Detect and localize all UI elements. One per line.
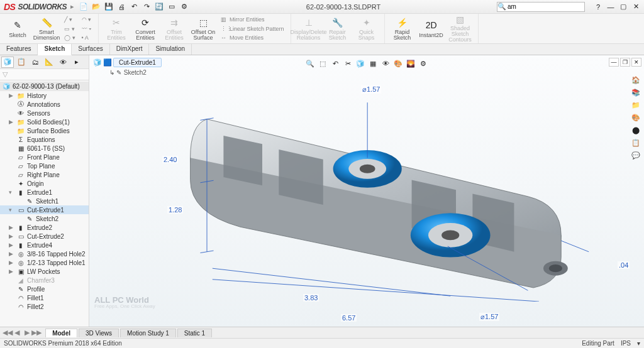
mirror-entities[interactable]: ▥Mirror Entities bbox=[218, 15, 287, 24]
hud-hide-show[interactable]: 👁 bbox=[380, 58, 391, 69]
feature-tree[interactable]: 🧊 62-02-9000-13 (Default) ▶📁HistoryⒶAnno… bbox=[0, 80, 89, 327]
sketch-button[interactable]: ✎Sketch bbox=[4, 15, 31, 42]
tab-surfaces[interactable]: Surfaces bbox=[72, 44, 109, 55]
tp-appearances[interactable]: ⬤ bbox=[630, 124, 641, 136]
tree-item-6061-t6-ss-[interactable]: ▦6061-T6 (SS) bbox=[0, 144, 89, 153]
dim-diameter-2[interactable]: ⌀1.57 bbox=[479, 313, 499, 321]
status-units[interactable]: IPS bbox=[621, 340, 631, 347]
help-button[interactable]: ? bbox=[592, 1, 604, 13]
rapid-sketch-button[interactable]: ⚡Rapid Sketch bbox=[389, 15, 416, 42]
dim-length-2[interactable]: 6.57 bbox=[341, 314, 357, 322]
line-tool[interactable]: ╱ ▾ bbox=[62, 15, 78, 24]
hud-display-style[interactable]: ▦ bbox=[367, 58, 379, 69]
tree-item-right-plane[interactable]: ▱Right Plane bbox=[0, 170, 89, 179]
qat-new[interactable]: 📄 bbox=[78, 1, 89, 13]
hud-apply-scene[interactable]: 🌄 bbox=[405, 58, 416, 69]
maximize-button[interactable]: ▢ bbox=[618, 1, 629, 13]
qat-options[interactable]: ⚙ bbox=[179, 1, 190, 13]
sheet-tab-static[interactable]: Static 1 bbox=[177, 329, 212, 337]
display-relations-button[interactable]: ⊥Display/Delete Relations bbox=[295, 15, 323, 42]
repair-sketch-button[interactable]: 🔧Repair Sketch bbox=[324, 15, 352, 42]
tree-item-cut-extrude1[interactable]: ▾▭Cut-Extrude1 bbox=[0, 205, 89, 214]
point-tool[interactable]: • A bbox=[79, 33, 95, 42]
close-button[interactable]: ✕ bbox=[630, 1, 641, 13]
tree-item-profile[interactable]: ✎Profile bbox=[0, 285, 89, 293]
qat-redo[interactable]: ↷ bbox=[141, 1, 152, 13]
dim-length-1[interactable]: 3.83 bbox=[303, 294, 319, 302]
offset-on-surface-button[interactable]: ⬚Offset On Surface bbox=[189, 15, 217, 42]
vp-restore[interactable]: ❐ bbox=[620, 58, 630, 67]
tab-sketch[interactable]: Sketch bbox=[38, 44, 72, 55]
sheet-tab-model[interactable]: Model bbox=[45, 329, 77, 337]
smart-dimension-button[interactable]: 📏Smart Dimension bbox=[33, 15, 60, 42]
tp-file-explorer[interactable]: 📁 bbox=[630, 99, 641, 111]
breadcrumb-current[interactable]: Cut-Extrude1 bbox=[113, 58, 162, 67]
tree-item-front-plane[interactable]: ▱Front Plane bbox=[0, 153, 89, 161]
expand-icon[interactable]: ▶ bbox=[9, 92, 14, 99]
tree-item-sensors[interactable]: 👁Sensors bbox=[0, 109, 89, 117]
fm-tab-property[interactable]: 📋 bbox=[15, 57, 28, 68]
tree-item-sketch1[interactable]: ✎Sketch1 bbox=[0, 197, 89, 205]
tree-item-extrude4[interactable]: ▶▮Extrude4 bbox=[0, 241, 89, 249]
tp-custom-props[interactable]: 📋 bbox=[630, 137, 641, 148]
hud-prev-view[interactable]: ↶ bbox=[330, 58, 341, 69]
dim-diameter-1[interactable]: ⌀1.57 bbox=[361, 85, 381, 94]
bc-part-icon[interactable]: 🧊 bbox=[93, 58, 102, 67]
qat-print[interactable]: 🖨 bbox=[116, 1, 127, 13]
expand-icon[interactable]: ▾ bbox=[9, 207, 14, 213]
linear-pattern[interactable]: ⋮⋮Linear Sketch Pattern bbox=[218, 24, 287, 33]
tree-item-extrude1[interactable]: ▾▮Extrude1 bbox=[0, 188, 89, 197]
expand-icon[interactable]: ▶ bbox=[9, 268, 14, 275]
tree-root-node[interactable]: 🧊 62-02-9000-13 (Default) bbox=[0, 82, 89, 91]
expand-icon[interactable]: ▶ bbox=[9, 242, 14, 248]
tree-item-lw-pockets[interactable]: ▶▣LW Pockets bbox=[0, 267, 89, 276]
tree-item-history[interactable]: ▶📁History bbox=[0, 91, 89, 100]
tab-features[interactable]: Features bbox=[0, 44, 38, 55]
sheet-scroll-left[interactable]: ◀◀ ◀ bbox=[0, 329, 22, 337]
hud-edit-appearance[interactable]: 🎨 bbox=[392, 58, 404, 69]
expand-icon[interactable]: ▶ bbox=[9, 224, 14, 231]
trim-entities-button[interactable]: ✂Trim Entities bbox=[103, 15, 130, 42]
dim-height-1[interactable]: 2.40 bbox=[162, 156, 178, 163]
tp-view-palette[interactable]: 🎨 bbox=[630, 112, 641, 123]
expand-icon[interactable]: ▶ bbox=[9, 259, 14, 266]
instant2d-button[interactable]: 2DInstant2D bbox=[418, 15, 445, 42]
graphics-viewport[interactable]: 🧊 🟦 Cut-Extrude1 ↳ ✎Sketch2 🔍 ⬚ ↶ ✂ 🧊 ▦ … bbox=[89, 55, 644, 327]
hud-view-settings[interactable]: ⚙ bbox=[418, 58, 429, 69]
tree-item-sketch2[interactable]: ✎Sketch2 bbox=[0, 214, 89, 223]
fm-tab-dimxpert[interactable]: 📐 bbox=[43, 57, 55, 68]
dim-height-2[interactable]: 1.28 bbox=[167, 206, 183, 214]
offset-entities-button[interactable]: ⇉Offset Entities bbox=[160, 15, 188, 42]
vp-close[interactable]: ✕ bbox=[631, 58, 641, 67]
tree-filter-bar[interactable]: ▽ bbox=[0, 69, 89, 80]
move-entities[interactable]: ↔Move Entities bbox=[218, 33, 287, 42]
tree-item-surface-bodies[interactable]: 📁Surface Bodies bbox=[0, 126, 89, 135]
tp-design-lib[interactable]: 📚 bbox=[630, 87, 641, 98]
fm-tab-tree[interactable]: 🧊 bbox=[1, 57, 14, 68]
convert-entities-button[interactable]: ⟳Convert Entities bbox=[131, 15, 159, 42]
tree-item-cut-extrude2[interactable]: ▶▭Cut-Extrude2 bbox=[0, 232, 89, 241]
hud-zoom-fit[interactable]: 🔍 bbox=[304, 58, 316, 69]
vp-minimize[interactable]: — bbox=[609, 58, 619, 67]
tree-item-top-plane[interactable]: ▱Top Plane bbox=[0, 161, 89, 170]
tree-item-3-8-16-tapped-hole2[interactable]: ▶◎3/8-16 Tapped Hole2 bbox=[0, 249, 89, 258]
status-dropdown-icon[interactable]: ▾ bbox=[637, 340, 640, 347]
sheet-tab-motion[interactable]: Motion Study 1 bbox=[120, 329, 176, 337]
search-input[interactable] bbox=[506, 3, 584, 10]
arc-tool[interactable]: ◠ ▾ bbox=[79, 15, 95, 24]
sheet-tab-3dviews[interactable]: 3D Views bbox=[79, 329, 119, 337]
tree-item-solid-bodies-1-[interactable]: ▶📁Solid Bodies(1) bbox=[0, 117, 89, 126]
bc-feature-icon[interactable]: 🟦 bbox=[103, 58, 112, 67]
expand-icon[interactable]: ▶ bbox=[9, 119, 14, 125]
qat-open[interactable]: 📂 bbox=[91, 1, 102, 13]
sheet-scroll-right[interactable]: ▶ ▶▶ bbox=[22, 329, 44, 337]
hud-section[interactable]: ✂ bbox=[342, 58, 353, 69]
rect-tool[interactable]: ▭ ▾ bbox=[62, 24, 78, 33]
tree-item-origin[interactable]: ✦Origin bbox=[0, 179, 89, 188]
qat-save[interactable]: 💾 bbox=[103, 1, 114, 13]
tree-item-fillet1[interactable]: ◠Fillet1 bbox=[0, 293, 89, 302]
tree-item-annotations[interactable]: ⒶAnnotations bbox=[0, 100, 89, 109]
tree-item-extrude2[interactable]: ▶▮Extrude2 bbox=[0, 223, 89, 232]
qat-undo[interactable]: ↶ bbox=[128, 1, 140, 13]
expand-icon[interactable]: ▶ bbox=[9, 251, 14, 257]
